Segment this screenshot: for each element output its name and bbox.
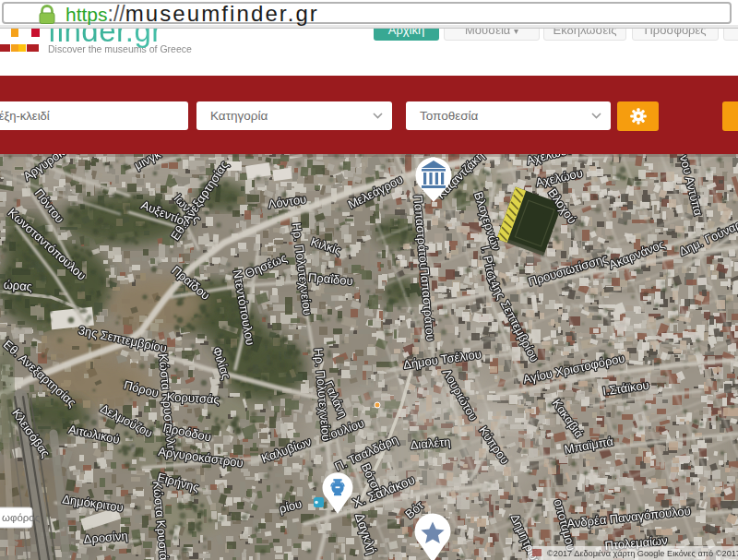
svg-text:Κορυτσάς: Κορυτσάς bbox=[166, 390, 220, 407]
svg-text:ωφόρος: ωφόρος bbox=[2, 512, 41, 523]
svg-text:ώρας: ώρας bbox=[3, 278, 33, 294]
svg-text:©2017 Δεδομένα χάρτη Google Ει: ©2017 Δεδομένα χάρτη Google Εικόνες από … bbox=[547, 549, 738, 558]
